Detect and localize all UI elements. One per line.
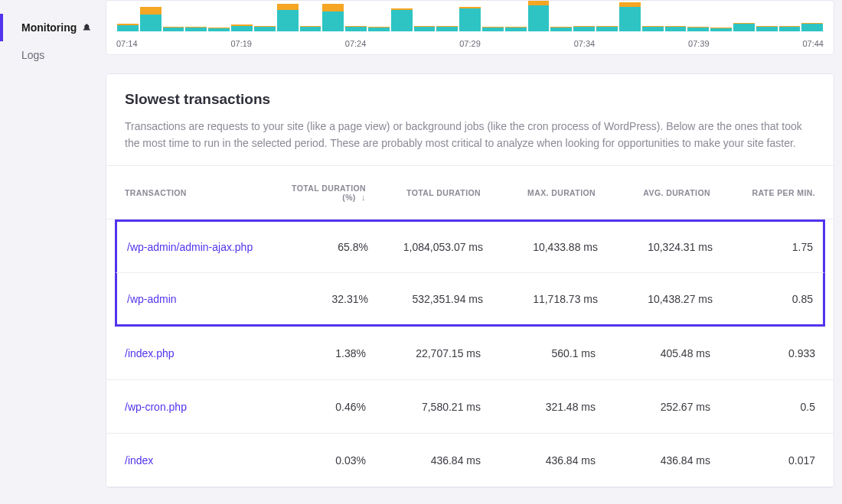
- chart-bar[interactable]: [619, 1, 641, 31]
- cell-avg-duration: 10,324.31 ms: [598, 241, 713, 253]
- cell-rate: 0.017: [710, 454, 815, 467]
- chart-bar[interactable]: [596, 1, 618, 31]
- transaction-link[interactable]: /index: [125, 454, 153, 467]
- chart-bar[interactable]: [368, 1, 390, 31]
- chart-bar[interactable]: [163, 1, 184, 31]
- cell-pct: 0.03%: [289, 454, 366, 467]
- chart-bar[interactable]: [254, 1, 276, 31]
- cell-pct: 32.31%: [292, 293, 368, 305]
- chart-bar[interactable]: [756, 1, 778, 31]
- cell-avg-duration: 10,438.27 ms: [598, 293, 713, 305]
- cell-rate: 0.85: [713, 293, 813, 305]
- cell-avg-duration: 252.67 ms: [596, 401, 710, 413]
- chart-bar[interactable]: [642, 1, 664, 31]
- chart-bar[interactable]: [436, 1, 458, 31]
- chart-bar[interactable]: [414, 1, 436, 31]
- x-tick: 07:24: [345, 39, 367, 48]
- transaction-link[interactable]: /wp-cron.php: [125, 401, 187, 413]
- cell-avg-duration: 436.84 ms: [596, 454, 710, 467]
- chart-bar[interactable]: [505, 1, 527, 31]
- cell-avg-duration: 405.48 ms: [596, 347, 710, 359]
- cell-max-duration: 10,433.88 ms: [483, 241, 598, 253]
- chart-bar[interactable]: [277, 1, 299, 31]
- transaction-link[interactable]: /index.php: [125, 347, 175, 359]
- cell-rate: 0.5: [710, 401, 815, 413]
- x-tick: 07:44: [802, 39, 824, 48]
- sidebar-item-label: Monitoring: [21, 21, 77, 34]
- main-content: 07:1407:1907:2407:2907:3407:3907:44 Slow…: [106, 0, 842, 504]
- col-header-rate-per-min[interactable]: RATE PER MIN.: [710, 188, 815, 197]
- x-tick: 07:34: [574, 39, 596, 48]
- stacked-bar-chart: [116, 1, 824, 31]
- sort-descending-icon: ↓: [361, 193, 366, 202]
- table-row[interactable]: /index0.03%436.84 ms436.84 ms436.84 ms0.…: [106, 434, 834, 487]
- cell-total-duration: 7,580.21 ms: [366, 401, 481, 413]
- card-header: Slowest transactions Transactions are re…: [106, 74, 834, 166]
- col-header-total-duration[interactable]: TOTAL DURATION: [366, 188, 481, 197]
- transaction-link[interactable]: /wp-admin/admin-ajax.php: [127, 241, 253, 253]
- col-header-avg-duration[interactable]: AVG. DURATION: [596, 188, 710, 197]
- chart-bar[interactable]: [345, 1, 367, 31]
- chart-bar[interactable]: [687, 1, 709, 31]
- table-row[interactable]: /wp-admin/admin-ajax.php65.8%1,084,053.0…: [115, 219, 825, 273]
- table-row[interactable]: /wp-admin32.31%532,351.94 ms11,718.73 ms…: [115, 273, 825, 327]
- sidebar-item-logs[interactable]: Logs: [0, 41, 106, 69]
- cell-max-duration: 11,718.73 ms: [483, 293, 598, 305]
- cell-total-duration: 532,351.94 ms: [368, 293, 483, 305]
- x-tick: 07:39: [688, 39, 710, 48]
- chart-bar[interactable]: [801, 1, 823, 31]
- chart-bar[interactable]: [482, 1, 504, 31]
- table-header-row: TRANSACTION TOTAL DURATION (%) ↓ TOTAL D…: [106, 166, 834, 219]
- chart-bar[interactable]: [231, 1, 253, 31]
- chart-bar[interactable]: [528, 1, 550, 31]
- chart-bar[interactable]: [573, 1, 595, 31]
- cell-max-duration: 560.1 ms: [481, 347, 596, 359]
- chart-bar[interactable]: [300, 1, 321, 31]
- cell-pct: 65.8%: [292, 241, 368, 253]
- sidebar-item-label: Logs: [21, 49, 44, 61]
- sidebar-item-monitoring[interactable]: Monitoring: [0, 14, 106, 41]
- cell-rate: 1.75: [713, 241, 813, 253]
- chart-bar[interactable]: [459, 1, 481, 31]
- chart-bar[interactable]: [550, 1, 572, 31]
- table-body: /wp-admin/admin-ajax.php65.8%1,084,053.0…: [106, 219, 834, 487]
- cell-max-duration: 436.84 ms: [481, 454, 596, 467]
- chart-bar[interactable]: [779, 1, 801, 31]
- cell-total-duration: 1,084,053.07 ms: [368, 241, 483, 253]
- cell-rate: 0.933: [710, 347, 815, 359]
- chart-bar[interactable]: [710, 1, 732, 31]
- col-header-max-duration[interactable]: MAX. DURATION: [481, 188, 596, 197]
- x-tick: 07:29: [459, 39, 481, 48]
- card-description: Transactions are requests to your site (…: [125, 119, 815, 151]
- chart-bar[interactable]: [322, 1, 344, 31]
- chart-bar[interactable]: [665, 1, 687, 31]
- cell-total-duration: 436.84 ms: [366, 454, 481, 467]
- cell-pct: 0.46%: [289, 401, 366, 413]
- transactions-card: Slowest transactions Transactions are re…: [106, 73, 834, 488]
- cell-max-duration: 321.48 ms: [481, 401, 596, 413]
- chart-x-axis: 07:1407:1907:2407:2907:3407:3907:44: [116, 39, 824, 48]
- chart-card: 07:1407:1907:2407:2907:3407:3907:44: [106, 0, 834, 55]
- cell-pct: 1.38%: [289, 347, 366, 359]
- table-row[interactable]: /wp-cron.php0.46%7,580.21 ms321.48 ms252…: [106, 380, 834, 434]
- chart-bar[interactable]: [117, 1, 139, 31]
- col-header-total-duration-pct[interactable]: TOTAL DURATION (%) ↓: [289, 184, 366, 202]
- table-row[interactable]: /index.php1.38%22,707.15 ms560.1 ms405.4…: [106, 327, 834, 380]
- chart-bar[interactable]: [733, 1, 755, 31]
- chart-bar[interactable]: [140, 1, 162, 31]
- chart-bar[interactable]: [208, 1, 230, 31]
- col-header-transaction[interactable]: TRANSACTION: [125, 188, 289, 197]
- sidebar: Monitoring Logs: [0, 0, 106, 504]
- x-tick: 07:14: [116, 39, 138, 48]
- x-tick: 07:19: [230, 39, 252, 48]
- cell-total-duration: 22,707.15 ms: [366, 347, 481, 359]
- chart-bar[interactable]: [185, 1, 207, 31]
- bell-icon: [81, 22, 92, 33]
- transaction-link[interactable]: /wp-admin: [127, 293, 177, 305]
- card-title: Slowest transactions: [125, 91, 815, 108]
- chart-bar[interactable]: [391, 1, 413, 31]
